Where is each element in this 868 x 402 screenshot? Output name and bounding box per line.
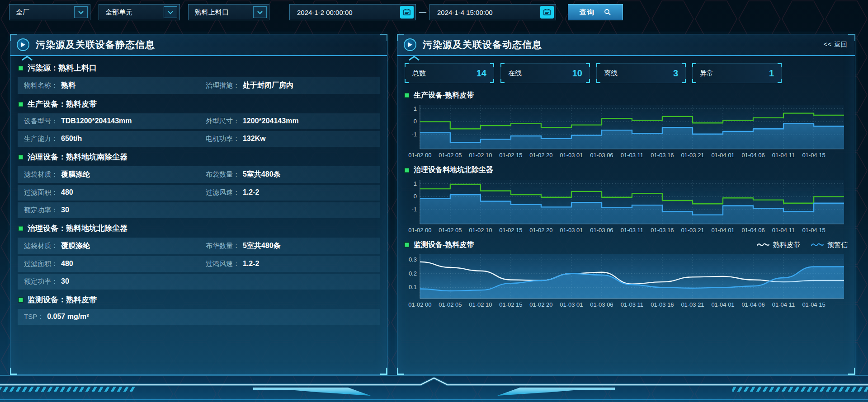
- bracket-corner: [405, 79, 409, 83]
- svg-text:01-02 05: 01-02 05: [439, 226, 462, 233]
- info-label: 电机功率：: [206, 135, 240, 143]
- bracket-corner: [586, 63, 590, 67]
- chart-legend: 熟料皮带预警信: [757, 241, 848, 249]
- svg-text:01-02 00: 01-02 00: [408, 226, 431, 233]
- chart-title-row: 生产设备-熟料皮带: [405, 89, 848, 102]
- static-panel-header: 污染源及关联设备静态信息: [10, 34, 387, 56]
- section-header: 污染源：熟料上料口: [18, 60, 380, 75]
- dynamic-info-panel: 污染源及关联设备动态信息 << 返回 总数14在线10离线3异常1 生产设备-熟…: [397, 34, 855, 375]
- info-cell: 滤袋材质：覆膜涤纶: [24, 170, 206, 179]
- info-cell: 过鸿风速：1.2-2: [206, 260, 373, 268]
- info-row: 设备型号：TDB1200*204143mm外型尺寸：1200*204143mm: [18, 113, 380, 129]
- svg-text:01-02 15: 01-02 15: [499, 226, 522, 233]
- chart-title-row: 治理设备料地坑北除尘器: [405, 164, 848, 177]
- info-value: 1.2-2: [243, 188, 259, 196]
- info-cell: 过滤风速：1.2-2: [206, 188, 373, 197]
- info-value: 熟料: [61, 81, 75, 90]
- info-row: 滤袋材质：覆膜涤纶布袋数量：5室共480条: [18, 166, 380, 183]
- info-value: 1.2-2: [243, 260, 259, 268]
- svg-text:01-03 01: 01-03 01: [560, 152, 583, 159]
- svg-text:01-04 11: 01-04 11: [772, 152, 795, 159]
- info-label: 治理措施：: [206, 81, 240, 90]
- chart-canvas[interactable]: 10-101-02 0001-02 0501-02 1001-02 1501-0…: [405, 102, 848, 161]
- bracket-corner: [405, 63, 409, 67]
- back-button[interactable]: << 返回: [824, 41, 848, 49]
- date-range-separator: —: [416, 8, 429, 16]
- dynamic-panel-title: 污染源及关联设备动态信息: [423, 38, 542, 51]
- info-value: 480: [61, 188, 73, 196]
- bracket-corner: [586, 79, 590, 83]
- bracket-corner: [778, 63, 782, 67]
- info-value: 1200*204143mm: [243, 117, 299, 125]
- svg-text:01-04 15: 01-04 15: [802, 301, 825, 308]
- search-icon: [604, 9, 611, 16]
- unit-select[interactable]: 全部单元: [99, 4, 180, 20]
- play-icon: [404, 38, 416, 51]
- chevron-down-icon: [164, 6, 177, 18]
- section-title: 污染源：熟料上料口: [28, 63, 97, 73]
- plant-select-value: 全厂: [16, 8, 29, 17]
- svg-text:01-03 21: 01-03 21: [681, 301, 704, 308]
- dynamic-panel-header: 污染源及关联设备动态信息 << 返回: [397, 34, 855, 56]
- info-cell: 过滤面积：480: [24, 260, 206, 268]
- stat-card: 总数14: [405, 63, 494, 83]
- section-header: 生产设备：熟料皮带: [18, 96, 380, 112]
- source-select[interactable]: 熟料上料口: [188, 4, 269, 20]
- chart-canvas[interactable]: 0.30.20.101-02 0001-02 0501-02 1001-02 1…: [405, 252, 848, 310]
- svg-text:01-02 05: 01-02 05: [439, 152, 462, 159]
- svg-text:01-03 01: 01-03 01: [560, 301, 583, 308]
- date-from-input[interactable]: 2024-1-2 00:00:00: [289, 4, 416, 20]
- svg-text:01-04 15: 01-04 15: [802, 226, 825, 233]
- stat-card: 在线10: [500, 63, 590, 83]
- info-cell: 物料名称：熟料: [24, 81, 206, 90]
- static-panel-title: 污染源及关联设备静态信息: [36, 38, 155, 51]
- svg-text:01-03 06: 01-03 06: [590, 226, 613, 233]
- calendar-icon[interactable]: [400, 6, 414, 19]
- bracket-corner: [682, 79, 686, 83]
- query-button[interactable]: 查询: [568, 4, 623, 20]
- info-label: 生产能力：: [24, 135, 58, 143]
- plant-select[interactable]: 全厂: [9, 4, 90, 20]
- legend-label: 熟料皮带: [773, 241, 800, 249]
- svg-text:01-02 10: 01-02 10: [469, 301, 492, 308]
- info-label: 过鸿风速：: [206, 260, 240, 268]
- info-row: 生产能力：650t/h电机功率：132Kw: [18, 131, 380, 147]
- info-cell: 过滤面积：480: [24, 188, 206, 197]
- dashboard-root: { "toolbar": { "selects": [ { "value": "…: [0, 0, 868, 402]
- svg-text:01-04 01: 01-04 01: [711, 152, 734, 159]
- stat-value: 14: [476, 68, 486, 79]
- info-value: 覆膜涤纶: [61, 241, 90, 251]
- stat-card: 异常1: [692, 63, 782, 83]
- svg-text:01-02 15: 01-02 15: [499, 152, 522, 159]
- svg-text:-1: -1: [411, 206, 417, 213]
- svg-text:0.1: 0.1: [409, 284, 417, 291]
- info-label: 过滤面积：: [24, 260, 58, 268]
- svg-text:01-04 06: 01-04 06: [741, 301, 764, 308]
- query-button-label: 查询: [580, 8, 595, 17]
- legend-item[interactable]: 预警信: [811, 241, 848, 249]
- stat-card: 离线3: [596, 63, 686, 83]
- svg-text:01-02 20: 01-02 20: [529, 301, 552, 308]
- legend-label: 预警信: [827, 241, 848, 249]
- svg-text:01-02 05: 01-02 05: [439, 301, 462, 308]
- stat-value: 10: [572, 68, 582, 79]
- info-value: 0.057 mg/m³: [47, 313, 89, 321]
- info-value: 覆膜涤纶: [61, 170, 90, 179]
- svg-text:01-02 10: 01-02 10: [469, 152, 492, 159]
- green-square-icon: [405, 168, 409, 173]
- info-cell: 布华数量：5室共480条: [206, 241, 373, 251]
- date-to-input[interactable]: 2024-1-4 15:00:00: [429, 4, 556, 20]
- chart-canvas[interactable]: 10-101-02 0001-02 0501-02 1001-02 1501-0…: [405, 177, 848, 236]
- static-info-list: 污染源：熟料上料口物料名称：熟料治理措施：处于封闭厂房内生产设备：熟料皮带设备型…: [10, 56, 387, 325]
- static-info-panel: 污染源及关联设备静态信息 污染源：熟料上料口物料名称：熟料治理措施：处于封闭厂房…: [10, 34, 387, 375]
- green-square-icon: [19, 66, 23, 70]
- bracket-corner: [490, 63, 494, 67]
- info-cell: 布袋数量：5室共480条: [206, 170, 373, 179]
- svg-text:01-03 01: 01-03 01: [560, 226, 583, 233]
- legend-item[interactable]: 熟料皮带: [757, 241, 800, 249]
- info-cell: 额定功率：30: [24, 206, 206, 215]
- svg-text:01-04 01: 01-04 01: [711, 301, 734, 308]
- bracket-corner: [692, 79, 696, 83]
- calendar-icon[interactable]: [540, 6, 554, 19]
- info-cell: 外型尺寸：1200*204143mm: [206, 117, 373, 126]
